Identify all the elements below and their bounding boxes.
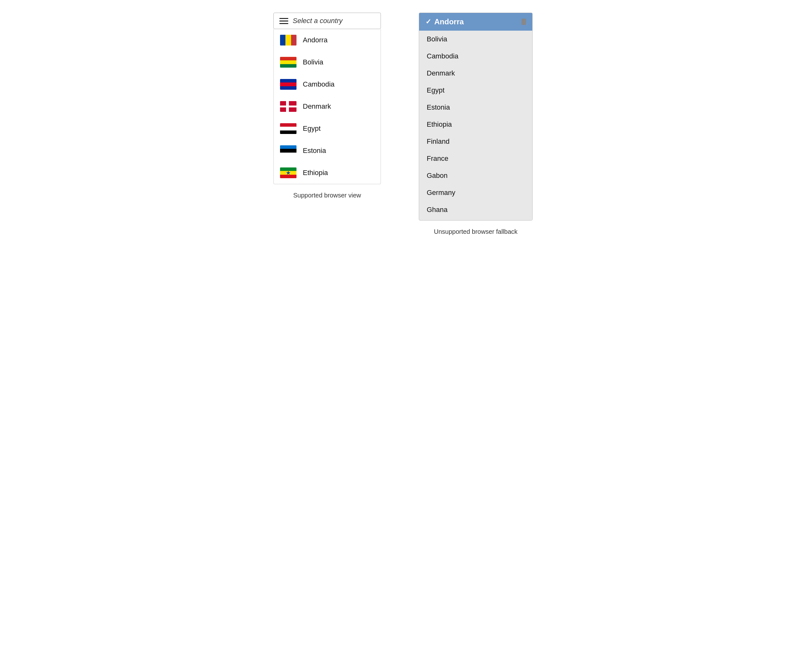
custom-select-trigger[interactable]: Select a country [273,13,381,29]
list-item[interactable]: Gabon [419,167,532,184]
flag-icon [280,168,296,178]
country-name: Bolivia [303,58,323,66]
list-item[interactable]: Bolivia [419,31,532,48]
list-item[interactable]: Ghana [419,201,532,218]
country-name: Egypt [303,125,320,133]
list-item[interactable]: Estonia [419,99,532,116]
list-item[interactable]: Ethiopia [274,162,381,184]
list-item[interactable]: Andorra [274,29,381,51]
native-select-wrapper: ✓ Andorra BoliviaCambodiaDenmarkEgyptEst… [419,13,533,221]
list-item[interactable]: Cambodia [274,73,381,96]
select-scroll-area[interactable]: BoliviaCambodiaDenmarkEgyptEstoniaEthiop… [419,31,532,220]
country-name: Denmark [303,102,331,110]
hamburger-icon [279,18,288,24]
list-item[interactable]: Germany [419,184,532,201]
checkmark-icon: ✓ [425,18,431,26]
custom-dropdown: AndorraBoliviaCambodiaDenmarkEgyptEstoni… [273,29,381,184]
list-item[interactable]: Greece [419,218,532,220]
scroll-indicator [522,19,526,25]
flag-icon [280,57,296,68]
custom-select-wrapper: Select a country AndorraBoliviaCambodiaD… [273,13,381,184]
flag-icon [280,145,296,156]
native-select-header: ✓ Andorra [419,13,532,31]
select-placeholder: Select a country [293,17,343,25]
left-panel-label: Supported browser view [293,192,361,199]
left-panel: Select a country AndorraBoliviaCambodiaD… [273,13,381,199]
list-item[interactable]: Denmark [419,65,532,82]
flag-icon [280,35,296,46]
right-panel: ✓ Andorra BoliviaCambodiaDenmarkEgyptEst… [419,13,533,236]
country-name: Cambodia [303,80,334,89]
selected-value: Andorra [434,17,464,26]
list-item[interactable]: Estonia [274,140,381,162]
flag-icon [280,79,296,90]
list-item[interactable]: Denmark [274,96,381,117]
country-name: Ethiopia [303,169,328,177]
flag-icon [280,101,296,112]
list-item[interactable]: Ethiopia [419,116,532,133]
list-item[interactable]: Cambodia [419,48,532,65]
list-item[interactable]: Egypt [419,82,532,99]
list-item[interactable]: France [419,150,532,167]
page-wrapper: Select a country AndorraBoliviaCambodiaD… [273,13,533,236]
list-item[interactable]: Finland [419,133,532,150]
dropdown-scroll-area[interactable]: AndorraBoliviaCambodiaDenmarkEgyptEstoni… [274,29,381,184]
list-item[interactable]: Egypt [274,117,381,140]
right-panel-label: Unsupported browser fallback [434,228,518,236]
country-name: Estonia [303,147,326,155]
flag-icon [280,123,296,134]
country-name: Andorra [303,36,327,44]
list-item[interactable]: Bolivia [274,51,381,73]
